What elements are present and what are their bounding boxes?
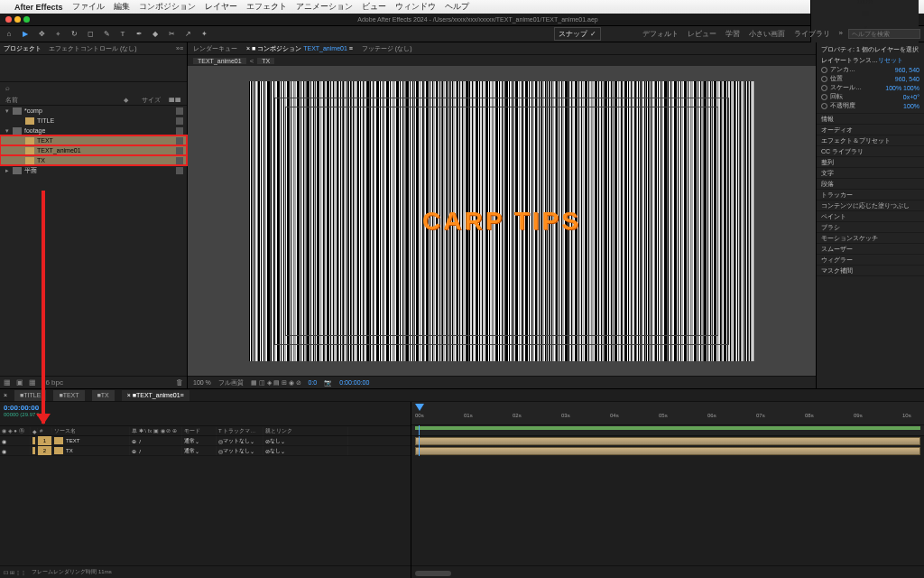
col-av-icons[interactable]: ◉ ◈ ● ⓐ — [0, 427, 31, 435]
panel-tracker[interactable]: トラッカー — [817, 190, 924, 200]
panel-menu-icon[interactable]: »≡ — [176, 45, 183, 51]
menu-animation[interactable]: アニメーション — [296, 1, 353, 13]
brush-tool-icon[interactable]: ✒ — [134, 29, 144, 40]
folder-solids[interactable]: ▸平面 — [0, 165, 187, 175]
tl-tab-close-icon[interactable]: × — [4, 392, 7, 398]
menu-view[interactable]: ビュー — [362, 1, 386, 13]
trash-icon[interactable]: 🗑 — [176, 378, 183, 387]
tab-render-queue[interactable]: レンダーキュー — [193, 44, 237, 53]
prop-position[interactable]: 位置960, 540 — [821, 74, 919, 83]
stopwatch-icon[interactable] — [821, 85, 827, 91]
layer-bar-2[interactable] — [415, 447, 920, 455]
comp-title[interactable]: TITLE — [0, 116, 187, 126]
menu-file[interactable]: ファイル — [72, 1, 105, 13]
exposure-value[interactable]: 0:0 — [309, 379, 318, 386]
breadcrumb-text-anime01[interactable]: TEXT_anime01 — [193, 58, 246, 64]
zoom-select[interactable]: 100 % — [193, 379, 211, 386]
work-area[interactable] — [415, 426, 920, 430]
eraser-tool-icon[interactable]: ✂ — [166, 29, 177, 40]
col-label[interactable]: ◆ — [31, 428, 38, 434]
panel-contentfill[interactable]: コンテンツに応じた塗りつぶし — [817, 200, 924, 211]
col-source[interactable]: ソース名 — [52, 427, 130, 435]
layer-row-1[interactable]: ◉ 1 TEXT ⊕ / 通常 ⌄ ◎ マットなし ⌄ ⊘ なし ⌄ — [0, 436, 411, 446]
prop-scale[interactable]: スケール…100% 100% — [821, 83, 919, 92]
comp-text-anime01[interactable]: TEXT_anime01 — [0, 145, 187, 155]
layer-row-2[interactable]: ◉ 2 TX ⊕ / 通常 ⌄ ◎ マットなし ⌄ ⊘ なし ⌄ — [0, 446, 411, 456]
prop-anchor[interactable]: アンカ…960, 540 — [821, 65, 919, 74]
time-navigator[interactable]: 00s 01s 02s 03s 04s 05s 06s 07s 08s 09s … — [411, 402, 924, 425]
traffic-lights[interactable] — [5, 16, 30, 23]
panel-wiggler[interactable]: ウィグラー — [817, 255, 924, 266]
camera-icon[interactable]: 📷 — [324, 379, 332, 387]
reset-link[interactable]: リセット — [878, 56, 903, 65]
folder-footage[interactable]: ▾footage — [0, 126, 187, 135]
breadcrumb-tx[interactable]: TX — [257, 58, 274, 64]
playhead-line[interactable] — [419, 425, 420, 435]
hero-text[interactable]: CARP TIPS — [422, 207, 581, 236]
stopwatch-icon[interactable] — [821, 67, 827, 73]
panel-smoother[interactable]: スムーザー — [817, 244, 924, 255]
app-name[interactable]: After Effects — [14, 3, 63, 12]
interpret-icon[interactable]: ▦ — [4, 378, 11, 387]
pen-tool-icon[interactable]: ✎ — [101, 29, 112, 40]
resolution-select[interactable]: フル画質 — [218, 378, 244, 387]
menu-edit[interactable]: 編集 — [114, 1, 130, 13]
folder-comp[interactable]: ▾*comp — [0, 106, 187, 116]
puppet-tool-icon[interactable]: ✦ — [199, 29, 209, 40]
layer-bar-1[interactable] — [415, 437, 920, 445]
menu-composition[interactable]: コンポジション — [139, 1, 196, 13]
menu-effect[interactable]: エフェクト — [246, 1, 287, 13]
panel-character[interactable]: 文字 — [817, 168, 924, 179]
comp-text[interactable]: TEXT — [0, 135, 187, 145]
panel-info[interactable]: 情報 — [817, 114, 924, 125]
track-matte-select[interactable]: ◎ マットなし ⌄ — [217, 446, 263, 455]
transform-head[interactable]: レイヤートランス… — [821, 56, 878, 65]
text-tool-icon[interactable]: T — [117, 29, 128, 40]
workspace-default[interactable]: デフォルト — [642, 29, 679, 39]
timeline-tracks[interactable]: 00s 01s 02s 03s 04s 05s 06s 07s 08s 09s … — [411, 402, 924, 578]
panel-mask-interp[interactable]: マスク補間 — [817, 266, 924, 276]
col-parent[interactable]: 親とリンク — [263, 427, 348, 435]
zoom-tool-icon[interactable]: ⌖ — [52, 29, 63, 40]
zoom-icon[interactable] — [23, 16, 30, 23]
workspace-library[interactable]: ライブラリ — [794, 29, 830, 39]
menu-layer[interactable]: レイヤー — [205, 1, 237, 13]
parent-select[interactable]: ⊘ なし ⌄ — [263, 436, 348, 445]
panel-paragraph[interactable]: 段落 — [817, 179, 924, 190]
menu-window[interactable]: ウィンドウ — [395, 1, 436, 13]
selection-tool-icon[interactable]: ▶ — [20, 29, 31, 40]
col-name[interactable]: 名前 — [5, 96, 124, 105]
stopwatch-icon[interactable] — [821, 76, 827, 82]
label-color-icon[interactable] — [32, 447, 35, 454]
tl-tab-text[interactable]: ■ TEXT — [53, 390, 84, 401]
layer-switches[interactable]: ⊕ / — [130, 446, 182, 455]
project-tree[interactable]: ▾*comp TITLE ▾footage TEXT TEXT_anime01 … — [0, 106, 187, 376]
work-area-bar[interactable] — [411, 425, 924, 436]
toggle-switches-icon[interactable]: ⊡ ⊞ ⋮⋮ — [4, 569, 26, 575]
blend-mode-select[interactable]: 通常 ⌄ — [182, 436, 217, 445]
minimize-icon[interactable] — [14, 16, 21, 23]
workspace-review[interactable]: レビュー — [688, 29, 716, 39]
roto-tool-icon[interactable]: ↗ — [182, 29, 193, 40]
close-icon[interactable] — [5, 16, 12, 23]
clone-tool-icon[interactable]: ◆ — [150, 29, 161, 40]
help-search-input[interactable] — [848, 29, 920, 39]
comp-canvas[interactable]: CARP TIPS — [249, 81, 754, 361]
menu-help[interactable]: ヘルプ — [445, 1, 469, 13]
tab-composition[interactable]: × ■ コンポジション TEXT_anime01 ≡ — [246, 44, 353, 53]
panel-align[interactable]: 整列 — [817, 157, 924, 168]
timecode-display[interactable]: 0:00:00:00 00000 (29.97 fps) — [0, 402, 411, 425]
current-time[interactable]: 0:00:00:00 — [339, 379, 369, 386]
hand-tool-icon[interactable]: ✥ — [36, 29, 47, 40]
comp-tx[interactable]: TX — [0, 155, 187, 165]
panel-motion-sketch[interactable]: モーションスケッチ — [817, 233, 924, 244]
col-size[interactable]: サイズ — [142, 96, 169, 105]
col-trackmatte[interactable]: T トラックマ… — [217, 427, 263, 435]
workspace-learn[interactable]: 学習 — [725, 29, 740, 39]
visibility-icon[interactable]: ◉ — [2, 448, 6, 454]
label-color-icon[interactable] — [32, 437, 35, 444]
panel-effects[interactable]: エフェクト＆プリセット — [817, 135, 924, 146]
col-number[interactable]: # — [38, 428, 52, 434]
workspace-small[interactable]: 小さい画面 — [749, 29, 785, 39]
rotate-tool-icon[interactable]: ↻ — [69, 29, 79, 40]
